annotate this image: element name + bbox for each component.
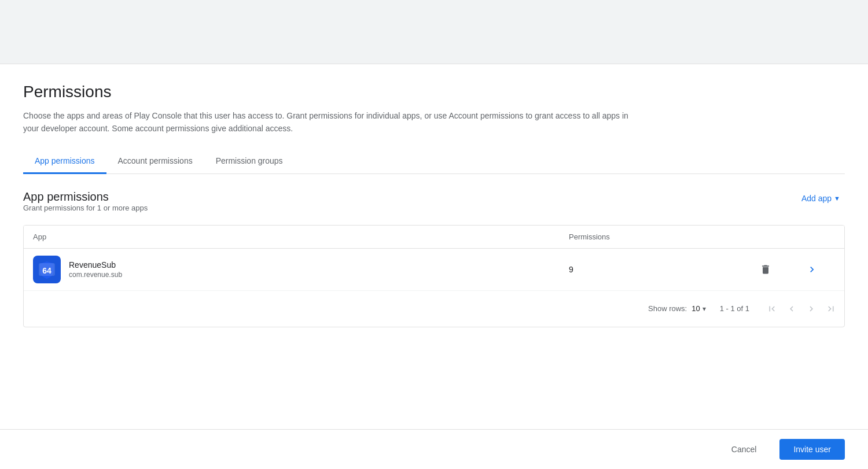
tab-app-permissions[interactable]: App permissions <box>23 149 106 174</box>
tab-permission-groups[interactable]: Permission groups <box>204 149 295 174</box>
next-page-icon <box>806 304 816 314</box>
prev-page-icon <box>786 304 797 314</box>
tab-account-permissions[interactable]: Account permissions <box>106 149 204 174</box>
bottom-bar: Cancel Invite user <box>0 429 868 469</box>
app-name: RevenueSub <box>69 260 122 269</box>
delete-app-button[interactable] <box>755 259 776 280</box>
show-rows-control: Show rows: 10 ▾ <box>648 304 706 313</box>
svg-text:64: 64 <box>42 266 52 275</box>
rows-select-chevron-icon: ▾ <box>703 305 706 313</box>
col-header-permissions: Permissions <box>569 232 742 241</box>
rows-per-page-select[interactable]: 10 ▾ <box>692 304 705 313</box>
top-bar <box>0 0 868 64</box>
page-wrapper: Permissions Choose the apps and areas of… <box>0 0 868 469</box>
page-description: Choose the apps and areas of Play Consol… <box>23 109 631 135</box>
delete-action-cell <box>742 259 789 280</box>
add-app-label: Add app <box>801 194 832 203</box>
invite-user-button[interactable]: Invite user <box>779 439 845 460</box>
app-icon: 64 <box>33 256 61 283</box>
cancel-button[interactable]: Cancel <box>718 439 771 460</box>
permissions-count-cell: 9 <box>569 265 742 274</box>
section-title: App permissions <box>23 190 148 204</box>
last-page-icon <box>826 304 836 314</box>
arrow-right-icon <box>806 264 818 275</box>
page-nav <box>763 300 840 317</box>
next-page-button[interactable] <box>803 300 820 317</box>
rows-per-page-value: 10 <box>692 304 700 313</box>
add-app-chevron-icon: ▼ <box>834 195 840 202</box>
navigate-action-cell <box>789 259 835 280</box>
main-content: Permissions Choose the apps and areas of… <box>0 64 868 429</box>
last-page-button[interactable] <box>822 300 840 317</box>
add-app-button[interactable]: Add app ▼ <box>797 190 845 206</box>
section-subtitle: Grant permissions for 1 or more apps <box>23 204 148 212</box>
col-header-arrow <box>789 232 835 241</box>
app-icon-svg: 64 <box>35 258 58 281</box>
section-title-block: App permissions Grant permissions for 1 … <box>23 190 148 221</box>
show-rows-label: Show rows: <box>648 304 687 313</box>
app-info: RevenueSub com.revenue.sub <box>69 260 122 279</box>
table-row: 64 RevenueSub com.revenue.sub 9 <box>24 249 844 291</box>
app-cell: 64 RevenueSub com.revenue.sub <box>33 256 569 283</box>
page-title: Permissions <box>23 83 845 101</box>
prev-page-button[interactable] <box>783 300 800 317</box>
app-package: com.revenue.sub <box>69 271 122 279</box>
first-page-button[interactable] <box>763 300 781 317</box>
delete-icon <box>760 264 771 275</box>
navigate-app-button[interactable] <box>801 259 822 280</box>
first-page-icon <box>767 304 777 314</box>
section-header: App permissions Grant permissions for 1 … <box>23 190 845 221</box>
app-icon-inner: 64 <box>33 256 61 283</box>
app-permissions-table: App Permissions 64 <box>23 225 845 327</box>
col-header-delete <box>742 232 789 241</box>
col-header-app: App <box>33 232 569 241</box>
pagination-bar: Show rows: 10 ▾ 1 - 1 of 1 <box>24 291 844 327</box>
page-info: 1 - 1 of 1 <box>720 304 749 313</box>
tabs-container: App permissions Account permissions Perm… <box>23 149 845 174</box>
table-header: App Permissions <box>24 226 844 249</box>
